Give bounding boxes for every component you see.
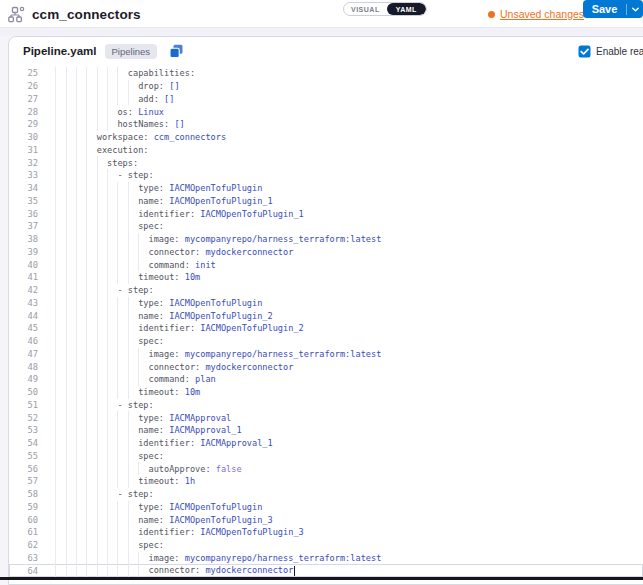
yaml-line-55[interactable]: 55 spec: xyxy=(9,450,643,463)
line-content[interactable]: type: IACMApproval xyxy=(45,411,643,424)
yaml-line-26[interactable]: 26 drop: [] xyxy=(9,80,643,93)
yaml-line-47[interactable]: 47 image: mycompanyrepo/harness_terrafor… xyxy=(9,348,643,361)
yaml-line-27[interactable]: 27 add: [] xyxy=(9,93,643,106)
yaml-line-28[interactable]: 28 os: Linux xyxy=(9,105,643,118)
line-content[interactable]: - step: xyxy=(45,169,643,182)
chevron-down-icon[interactable] xyxy=(627,5,643,14)
yaml-line-38[interactable]: 38 image: mycompanyrepo/harness_terrafor… xyxy=(9,233,643,246)
yaml-line-39[interactable]: 39 connector: mydockerconnector xyxy=(9,246,643,259)
line-content[interactable]: drop: [] xyxy=(45,80,643,93)
yaml-line-60[interactable]: 60 name: IACMOpenTofuPlugin_3 xyxy=(9,513,643,526)
toggle-visual[interactable]: VISUAL xyxy=(344,3,387,15)
line-number: 58 xyxy=(9,489,38,499)
line-number: 43 xyxy=(9,298,38,308)
line-content[interactable]: execution: xyxy=(45,144,643,157)
toggle-yaml[interactable]: YAML xyxy=(387,3,426,15)
save-split-button[interactable]: Save xyxy=(583,0,643,18)
line-content[interactable]: type: IACMOpenTofuPlugin xyxy=(45,182,643,195)
yaml-line-36[interactable]: 36 identifier: IACMOpenTofuPlugin_1 xyxy=(9,207,643,220)
line-content[interactable]: name: IACMOpenTofuPlugin_1 xyxy=(45,195,643,208)
enable-edit-toggle[interactable]: Enable read/ xyxy=(578,37,643,65)
line-content[interactable]: spec: xyxy=(45,450,643,463)
line-content[interactable]: spec: xyxy=(45,220,643,233)
yaml-line-45[interactable]: 45 identifier: IACMOpenTofuPlugin_2 xyxy=(9,322,643,335)
yaml-line-61[interactable]: 61 identifier: IACMOpenTofuPlugin_3 xyxy=(9,526,643,539)
yaml-line-33[interactable]: 33 - step: xyxy=(9,169,643,182)
line-content[interactable]: hostNames: [] xyxy=(45,118,643,131)
line-content[interactable]: - step: xyxy=(45,399,643,412)
copy-icon[interactable] xyxy=(169,44,184,59)
line-number: 49 xyxy=(9,374,38,384)
yaml-line-40[interactable]: 40 command: init xyxy=(9,258,643,271)
yaml-line-49[interactable]: 49 command: plan xyxy=(9,373,643,386)
line-number: 33 xyxy=(9,170,38,180)
yaml-line-35[interactable]: 35 name: IACMOpenTofuPlugin_1 xyxy=(9,195,643,208)
line-content[interactable]: timeout: 10m xyxy=(45,271,643,284)
line-content[interactable]: image: mycompanyrepo/harness_terraform:l… xyxy=(45,233,643,246)
yaml-line-62[interactable]: 62 spec: xyxy=(9,539,643,552)
line-content[interactable]: identifier: IACMOpenTofuPlugin_3 xyxy=(45,526,643,539)
yaml-line-63[interactable]: 63 image: mycompanyrepo/harness_terrafor… xyxy=(9,552,643,565)
line-content[interactable]: type: IACMOpenTofuPlugin xyxy=(45,501,643,514)
line-content[interactable]: name: IACMOpenTofuPlugin_2 xyxy=(45,309,643,322)
unsaved-changes-link[interactable]: Unsaved changes xyxy=(500,8,584,20)
line-content[interactable]: command: init xyxy=(45,258,643,271)
line-content[interactable]: steps: xyxy=(45,156,643,169)
line-content[interactable]: timeout: 1h xyxy=(45,475,643,488)
line-number: 26 xyxy=(9,81,38,91)
checkbox-checked-icon[interactable] xyxy=(578,45,591,58)
yaml-line-64[interactable]: 64 connector: mydockerconnector xyxy=(9,564,643,577)
yaml-line-59[interactable]: 59 type: IACMOpenTofuPlugin xyxy=(9,501,643,514)
line-content[interactable]: - step: xyxy=(45,488,643,501)
line-content[interactable]: identifier: IACMOpenTofuPlugin_2 xyxy=(45,322,643,335)
yaml-line-48[interactable]: 48 connector: mydockerconnector xyxy=(9,360,643,373)
yaml-line-57[interactable]: 57 timeout: 1h xyxy=(9,475,643,488)
line-content[interactable]: name: IACMApproval_1 xyxy=(45,424,643,437)
line-content[interactable]: add: [] xyxy=(45,93,643,106)
yaml-line-34[interactable]: 34 type: IACMOpenTofuPlugin xyxy=(9,182,643,195)
line-content[interactable]: timeout: 10m xyxy=(45,386,643,399)
yaml-line-44[interactable]: 44 name: IACMOpenTofuPlugin_2 xyxy=(9,309,643,322)
yaml-line-31[interactable]: 31 execution: xyxy=(9,144,643,157)
save-button[interactable]: Save xyxy=(583,3,626,15)
yaml-line-51[interactable]: 51 - step: xyxy=(9,399,643,412)
yaml-line-42[interactable]: 42 - step: xyxy=(9,284,643,297)
line-content[interactable]: spec: xyxy=(45,335,643,348)
line-content[interactable]: image: mycompanyrepo/harness_terraform:l… xyxy=(45,348,643,361)
line-content[interactable]: connector: mydockerconnector xyxy=(45,246,643,259)
yaml-line-25[interactable]: 25 capabilities: xyxy=(9,67,643,80)
line-content[interactable]: autoApprove: false xyxy=(45,462,643,475)
yaml-line-52[interactable]: 52 type: IACMApproval xyxy=(9,411,643,424)
yaml-line-43[interactable]: 43 type: IACMOpenTofuPlugin xyxy=(9,297,643,310)
yaml-editor-panel: Pipeline.yaml Pipelines Enable read/ 25 xyxy=(8,36,643,585)
yaml-code-area[interactable]: 25 capabilities:26 drop: []27 add: []28 … xyxy=(9,67,643,577)
yaml-line-50[interactable]: 50 timeout: 10m xyxy=(9,386,643,399)
yaml-line-30[interactable]: 30 workspace: ccm_connectors xyxy=(9,131,643,144)
yaml-line-37[interactable]: 37 spec: xyxy=(9,220,643,233)
yaml-line-53[interactable]: 53 name: IACMApproval_1 xyxy=(9,424,643,437)
pipeline-studio-screen: ccm_connectors VISUAL YAML Unsaved chang… xyxy=(0,0,643,585)
yaml-line-29[interactable]: 29 hostNames: [] xyxy=(9,118,643,131)
line-content[interactable]: capabilities: xyxy=(45,67,643,80)
line-content[interactable]: - step: xyxy=(45,284,643,297)
line-content[interactable]: workspace: ccm_connectors xyxy=(45,131,643,144)
yaml-line-32[interactable]: 32 steps: xyxy=(9,156,643,169)
line-content[interactable]: connector: mydockerconnector xyxy=(45,360,643,373)
line-content[interactable]: connector: mydockerconnector xyxy=(45,564,643,577)
line-number: 32 xyxy=(9,158,38,168)
line-content[interactable]: command: plan xyxy=(45,373,643,386)
yaml-line-58[interactable]: 58 - step: xyxy=(9,488,643,501)
line-content[interactable]: os: Linux xyxy=(45,105,643,118)
line-content[interactable]: type: IACMOpenTofuPlugin xyxy=(45,297,643,310)
line-content[interactable]: identifier: IACMOpenTofuPlugin_1 xyxy=(45,207,643,220)
yaml-line-56[interactable]: 56 autoApprove: false xyxy=(9,462,643,475)
line-content[interactable]: spec: xyxy=(45,539,643,552)
line-content[interactable]: image: mycompanyrepo/harness_terraform:l… xyxy=(45,552,643,565)
text-cursor xyxy=(294,566,295,577)
yaml-line-54[interactable]: 54 identifier: IACMApproval_1 xyxy=(9,437,643,450)
yaml-line-41[interactable]: 41 timeout: 10m xyxy=(9,271,643,284)
line-number: 41 xyxy=(9,272,38,282)
yaml-line-46[interactable]: 46 spec: xyxy=(9,335,643,348)
line-content[interactable]: name: IACMOpenTofuPlugin_3 xyxy=(45,513,643,526)
line-content[interactable]: identifier: IACMApproval_1 xyxy=(45,437,643,450)
